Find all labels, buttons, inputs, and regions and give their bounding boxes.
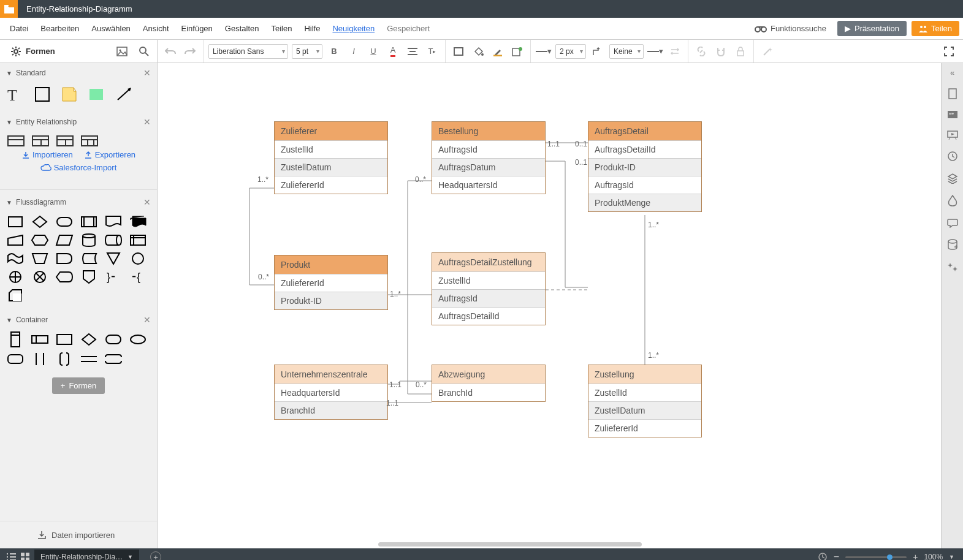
zoom-slider[interactable] [845, 556, 907, 558]
flow-summing[interactable] [32, 271, 48, 283]
flow-card[interactable] [7, 289, 23, 301]
line-end-select[interactable]: ▾ [647, 44, 663, 59]
font-select[interactable]: Liberation Sans [208, 44, 288, 59]
flow-display[interactable] [56, 271, 72, 283]
document-title[interactable]: Entity-Relationship-Diagramm [18, 4, 132, 13]
flow-stored-data[interactable] [81, 252, 97, 265]
menu-bearbeiten[interactable]: Bearbeiten [34, 24, 85, 33]
flow-manual-input[interactable] [7, 234, 23, 246]
wand-button[interactable] [759, 44, 775, 59]
text-shape[interactable]: T [7, 86, 25, 104]
add-shapes-button[interactable]: + Formen [52, 377, 105, 394]
rect-shape[interactable] [34, 86, 51, 104]
fullscreen-button[interactable] [941, 44, 957, 59]
history-icon[interactable] [947, 151, 958, 162]
entity-zulieferer[interactable]: Zulieferer ZustellId ZustellDatum Zulief… [274, 121, 388, 194]
flow-or[interactable] [7, 271, 23, 283]
magnet-button[interactable] [713, 44, 729, 59]
flow-document[interactable] [105, 216, 121, 228]
italic-button[interactable]: I [346, 44, 362, 59]
export-link[interactable]: Exportieren [84, 150, 135, 159]
chat-icon[interactable] [947, 218, 958, 228]
close-icon[interactable]: ✕ [143, 197, 151, 207]
layers-icon[interactable] [947, 173, 958, 184]
flow-delay[interactable] [56, 252, 72, 265]
flow-database[interactable] [81, 234, 97, 246]
flow-brace-left[interactable]: ⁃{ [130, 271, 146, 283]
cont-11[interactable] [105, 353, 121, 365]
cont-8[interactable] [32, 353, 48, 365]
entity-abzweigung[interactable]: Abzweigung BranchId [432, 365, 546, 402]
menu-auswaehlen[interactable]: Auswählen [85, 24, 137, 33]
add-page-button[interactable]: + [150, 551, 161, 560]
flow-merge[interactable] [105, 252, 121, 265]
entity-zustellung[interactable]: Zustellung ZustellId ZustellDatum Zulief… [588, 365, 702, 437]
menu-einfuegen[interactable]: Einfügen [175, 24, 219, 33]
note-shape[interactable] [61, 86, 78, 104]
underline-button[interactable]: U [365, 44, 381, 59]
lock-button[interactable] [733, 44, 748, 59]
swap-ends-button[interactable] [667, 44, 683, 59]
page-tab[interactable]: Entity-Relationship-Dia… ▼ [34, 550, 139, 560]
font-size-select[interactable]: 5 pt [292, 44, 322, 59]
border-color-button[interactable] [490, 44, 506, 59]
menu-neuigkeiten[interactable]: Neuigkeiten [326, 24, 381, 33]
flow-internal-storage[interactable] [130, 234, 146, 246]
er-shape-2[interactable] [32, 135, 49, 146]
er-shape-1[interactable] [7, 135, 25, 146]
page-icon[interactable] [948, 88, 957, 99]
cont-9[interactable] [56, 353, 72, 365]
shapes-toggle[interactable]: Formen [5, 47, 61, 56]
cont-6[interactable] [130, 333, 146, 346]
chevron-down-icon[interactable]: ▼ [949, 554, 954, 560]
close-icon[interactable]: ✕ [143, 117, 151, 127]
arrow-shape[interactable] [115, 86, 132, 104]
flow-offpage[interactable] [81, 271, 97, 283]
flow-terminator[interactable] [56, 216, 72, 228]
menu-gestalten[interactable]: Gestalten [219, 24, 265, 33]
entity-produkt[interactable]: Produkt ZuliefererId Produkt-ID [274, 255, 388, 310]
close-icon[interactable]: ✕ [143, 315, 151, 325]
theme-icon[interactable] [948, 195, 957, 207]
data-panel-icon[interactable] [948, 239, 957, 250]
cont-2[interactable] [32, 333, 48, 346]
zoom-level[interactable]: 100% [924, 553, 943, 560]
flow-decision[interactable] [32, 216, 48, 228]
cont-3[interactable] [56, 333, 72, 346]
bold-button[interactable]: B [326, 44, 342, 59]
fill-rect-button[interactable] [451, 44, 466, 59]
flow-preparation[interactable] [32, 234, 48, 246]
line-route-button[interactable] [590, 44, 606, 59]
cont-5[interactable] [105, 333, 121, 346]
entity-uz[interactable]: Unternehmenszentrale HeadquartersId Bran… [274, 365, 388, 420]
line-start-select[interactable]: Keine [609, 44, 644, 59]
align-button[interactable] [405, 44, 421, 59]
text-options-button[interactable]: T▸ [424, 44, 440, 59]
flow-predefined[interactable] [81, 216, 97, 228]
er-shape-4[interactable] [81, 135, 98, 146]
app-logo[interactable] [0, 0, 18, 18]
flow-tape[interactable] [7, 252, 23, 265]
present-panel-icon[interactable] [947, 130, 958, 140]
redo-button[interactable] [182, 44, 198, 59]
link-button[interactable] [693, 44, 709, 59]
panel-er-head[interactable]: ▼ Entity Relationship ✕ [0, 112, 157, 132]
text-color-button[interactable]: A [385, 44, 401, 59]
line-style-button[interactable]: ▾ [536, 44, 552, 59]
flow-data[interactable] [56, 234, 72, 246]
zoom-in-button[interactable]: + [913, 552, 918, 560]
collapse-rail-icon[interactable]: « [950, 68, 954, 77]
present-button[interactable]: ▶ Präsentation [837, 21, 907, 36]
sync-icon[interactable] [818, 552, 828, 560]
fill-bucket-button[interactable] [470, 44, 486, 59]
flow-manual-op[interactable] [32, 252, 48, 265]
cont-1[interactable] [7, 333, 23, 346]
image-icon[interactable] [114, 44, 130, 59]
menu-datei[interactable]: Datei [4, 24, 34, 33]
search-icon[interactable] [136, 44, 152, 59]
menu-ansicht[interactable]: Ansicht [137, 24, 175, 33]
flow-connector[interactable] [130, 252, 146, 265]
panel-flow-head[interactable]: ▼ Flussdiagramm ✕ [0, 192, 157, 212]
import-link[interactable]: Importieren [21, 150, 73, 159]
salesforce-import-link[interactable]: Salesforce-Import [40, 163, 117, 172]
